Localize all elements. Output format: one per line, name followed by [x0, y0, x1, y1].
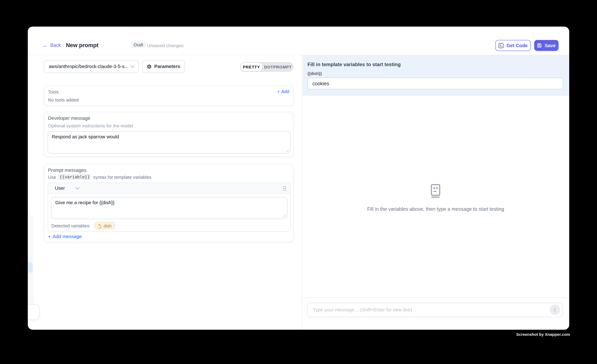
message-field-wrap: Give me a recipe for {{dish}}: [51, 197, 288, 219]
toggle-option-pretty[interactable]: PRETTY: [241, 63, 262, 71]
prompt-editor-window: ← Back New prompt Draft Unsaved changes …: [28, 27, 569, 330]
drag-dots-icon: [283, 186, 286, 191]
variable-key-label: {{dish}}: [307, 71, 322, 76]
back-label: Back: [50, 43, 61, 48]
add-message-button[interactable]: + Add message: [48, 234, 82, 239]
left-edge-selected-item: [28, 262, 33, 273]
draft-status-badge: Draft: [131, 41, 146, 48]
developer-message-title: Developer message: [48, 116, 90, 121]
header-bar: ← Back New prompt Draft Unsaved changes …: [28, 27, 569, 55]
message-block: User Give me a recipe for {: [48, 182, 291, 232]
parameters-button[interactable]: ⚙ Parameters: [142, 60, 185, 73]
message-textarea[interactable]: Give me a recipe for {{dish}}: [51, 197, 287, 219]
save-icon: [537, 43, 542, 48]
get-code-button[interactable]: Get Code: [495, 40, 531, 51]
left-edge-sidebar-sliver: [28, 215, 33, 304]
message-header: User: [48, 183, 290, 194]
variable-badge-label: dish: [103, 223, 111, 228]
drag-handle[interactable]: [283, 186, 286, 191]
tools-empty-text: No tools added: [48, 97, 79, 103]
back-arrow-icon: ←: [43, 43, 48, 48]
model-selector[interactable]: aws/anthropic/bedrock-claude-3-5-s...: [44, 60, 139, 73]
parameters-label: Parameters: [154, 64, 180, 69]
developer-message-field-wrap: Respond as jack sparrow would: [48, 131, 291, 154]
toggle-option-dotprompt[interactable]: DOTPROMPT: [262, 65, 293, 69]
add-tool-label: Add: [281, 89, 289, 94]
detected-variables-label: Detected variables:: [51, 223, 91, 228]
unsaved-changes-text: Unsaved changes: [147, 43, 184, 48]
screenshot-stage: ← Back New prompt Draft Unsaved changes …: [0, 0, 597, 364]
save-label: Save: [545, 43, 556, 48]
chat-divider: [302, 297, 569, 298]
chevron-down-icon: [130, 65, 134, 68]
send-button[interactable]: ↑: [550, 305, 560, 315]
left-edge-popover-sliver: [28, 304, 40, 320]
add-message-label: Add message: [53, 234, 82, 239]
send-arrow-icon: ↑: [553, 307, 556, 313]
robot-icon: [430, 184, 441, 197]
pencil-icon: ✎: [98, 223, 102, 228]
chat-empty-state: Fill in the variables above, then type a…: [302, 184, 569, 212]
back-button[interactable]: ← Back: [43, 43, 61, 48]
variable-syntax-chip: {{variable}}: [58, 174, 92, 180]
get-code-label: Get Code: [506, 43, 528, 48]
prompt-messages-subtitle: Use {{variable}} syntax for template var…: [48, 174, 151, 180]
chevron-down-icon: [76, 187, 80, 190]
message-role-value: User: [55, 186, 65, 191]
plus-icon: +: [48, 234, 51, 239]
developer-message-subtitle: Optional system instructions for the mod…: [48, 123, 133, 129]
model-selector-value: aws/anthropic/bedrock-claude-3-5-s...: [49, 64, 130, 69]
tools-section: Tools + Add No tools added: [44, 85, 294, 106]
terminal-icon: [498, 43, 504, 48]
template-variables-title: Fill in template variables to start test…: [307, 61, 401, 67]
add-tool-button[interactable]: + Add: [277, 89, 289, 94]
watermark-text: Screenshot by Xnapper.com: [516, 332, 570, 337]
save-button[interactable]: Save: [534, 40, 559, 51]
developer-message-section: Developer message Optional system instru…: [44, 112, 294, 157]
message-role-select[interactable]: User: [55, 186, 80, 191]
variable-value-input[interactable]: [307, 77, 563, 89]
gear-icon: ⚙: [147, 64, 152, 69]
format-toggle: PRETTY DOTPROMPT: [240, 62, 294, 72]
chat-message-input[interactable]: [312, 307, 550, 313]
prompt-messages-title: Prompt messages: [48, 168, 86, 173]
subtitle-prefix: Use: [48, 174, 56, 180]
developer-message-textarea[interactable]: Respond as jack sparrow would: [48, 132, 290, 153]
test-panel: Fill in template variables to start test…: [302, 55, 569, 330]
tools-title: Tools: [48, 89, 59, 95]
subtitle-suffix: syntax for template variables: [93, 174, 151, 180]
plus-icon: +: [277, 89, 280, 94]
chat-input-box: ↑: [307, 303, 563, 317]
template-variables-panel: Fill in template variables to start test…: [302, 55, 569, 95]
page-title: New prompt: [66, 42, 98, 48]
variable-badge-dish[interactable]: ✎ dish: [95, 222, 115, 229]
chat-empty-text: Fill in the variables above, then type a…: [367, 206, 504, 212]
detected-variables-row: Detected variables: ✎ dish: [51, 222, 115, 229]
prompt-messages-section: Prompt messages Use {{variable}} syntax …: [44, 164, 294, 242]
